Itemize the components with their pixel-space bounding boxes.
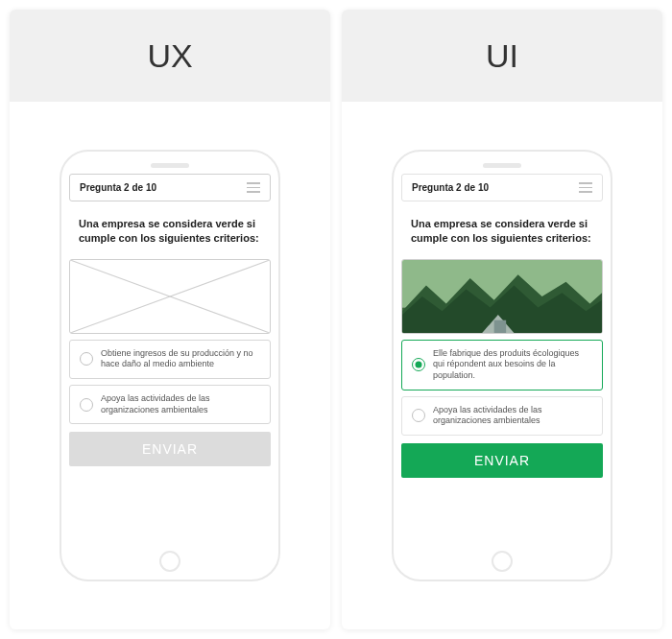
- option-1[interactable]: Obtiene ingresos de su producción y no h…: [69, 340, 271, 379]
- phone-speaker: [483, 163, 521, 168]
- ux-title: UX: [147, 37, 192, 75]
- submit-button[interactable]: ENVIAR: [401, 443, 603, 478]
- submit-button[interactable]: ENVIAR: [69, 432, 271, 466]
- option-1-label: Elle fabrique des produits écologiques q…: [433, 348, 592, 382]
- option-2[interactable]: Apoya las actividades de las organizacio…: [69, 385, 271, 424]
- ui-column: UI Pregunta 2 de 10 Una empresa se consi…: [342, 10, 662, 629]
- ux-column: UX Pregunta 2 de 10 Una empresa se consi…: [10, 10, 330, 629]
- option-2-label: Apoya las actividades de las organizacio…: [101, 393, 260, 415]
- radio-icon: [412, 358, 425, 371]
- menu-icon[interactable]: [247, 182, 260, 193]
- progress-label: Pregunta 2 de 10: [412, 182, 489, 193]
- option-2-label: Apoya las actividades de las organizacio…: [433, 405, 592, 427]
- phone-mockup: Pregunta 2 de 10 Una empresa se consider…: [60, 150, 280, 581]
- ui-body: Pregunta 2 de 10 Una empresa se consider…: [342, 102, 662, 629]
- radio-icon: [80, 352, 93, 366]
- topbar: Pregunta 2 de 10: [69, 174, 271, 201]
- submit-label: ENVIAR: [142, 441, 198, 457]
- question-text: Una empresa se considera verde si cumple…: [401, 207, 603, 253]
- option-1[interactable]: Elle fabrique des produits écologiques q…: [401, 340, 603, 390]
- submit-label: ENVIAR: [474, 453, 530, 468]
- home-button-icon: [492, 551, 513, 572]
- ui-header: UI: [342, 10, 662, 102]
- ui-title: UI: [486, 37, 518, 75]
- question-image: [401, 259, 603, 334]
- phone-screen: Pregunta 2 de 10 Una empresa se consider…: [401, 174, 603, 545]
- home-button-icon: [159, 551, 180, 572]
- ux-body: Pregunta 2 de 10 Una empresa se consider…: [10, 102, 330, 629]
- topbar: Pregunta 2 de 10: [401, 174, 603, 201]
- menu-icon[interactable]: [579, 182, 592, 193]
- image-placeholder: [69, 259, 271, 334]
- option-1-label: Obtiene ingresos de su producción y no h…: [101, 348, 260, 370]
- question-text: Una empresa se considera verde si cumple…: [69, 207, 271, 253]
- radio-icon: [412, 409, 425, 422]
- phone-mockup: Pregunta 2 de 10 Una empresa se consider…: [392, 150, 612, 581]
- progress-label: Pregunta 2 de 10: [80, 182, 156, 193]
- radio-icon: [80, 398, 93, 412]
- phone-screen: Pregunta 2 de 10 Una empresa se consider…: [69, 174, 271, 545]
- svg-rect-4: [494, 320, 506, 332]
- phone-speaker: [151, 163, 189, 168]
- option-2[interactable]: Apoya las actividades de las organizacio…: [401, 396, 603, 436]
- ux-header: UX: [10, 10, 330, 102]
